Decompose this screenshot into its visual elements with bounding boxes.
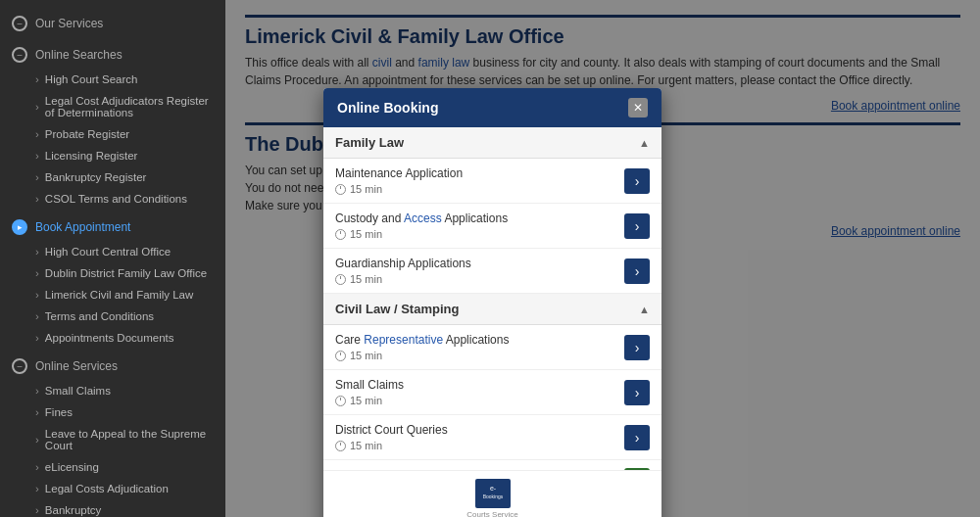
sidebar-section-label-book-appointment: Book Appointment bbox=[35, 220, 130, 234]
sidebar-item-leave-appeal[interactable]: Leave to Appeal to the Supreme Court bbox=[0, 423, 225, 456]
courts-service-logo: e- Bookings bbox=[475, 479, 511, 508]
booking-select-care-rep[interactable]: › bbox=[624, 335, 650, 360]
sidebar-section-label-online-services: Online Services bbox=[35, 359, 118, 373]
sidebar-section-icon-book-appointment: ▸ bbox=[12, 219, 27, 235]
sidebar-item-terms-conditions[interactable]: Terms and Conditions bbox=[0, 306, 225, 327]
sidebar-section-header-online-services[interactable]: – Online Services bbox=[0, 352, 225, 380]
category-header-civil-law[interactable]: Civil Law / Stamping ▲ bbox=[323, 294, 662, 325]
booking-item-name-custody: Custody and Access Applications bbox=[335, 212, 616, 225]
sidebar-item-legal-cost-adj[interactable]: Legal Cost Adjudicators Register of Dete… bbox=[0, 90, 225, 123]
sidebar-item-elicensing[interactable]: eLicensing bbox=[0, 456, 225, 478]
booking-item-info-guardianship: Guardianship Applications 15 min bbox=[335, 257, 616, 285]
category-title-civil-law: Civil Law / Stamping bbox=[335, 302, 459, 316]
sidebar-section-icon-online-searches: – bbox=[12, 47, 27, 63]
footer-courts-text: Courts ServiceOnline bbox=[466, 510, 517, 517]
booking-item-care-rep: Care Representative Applications 15 min … bbox=[323, 325, 662, 370]
sidebar-item-fines[interactable]: Fines bbox=[0, 401, 225, 423]
booking-item-district-court: District Court Queries 15 min › bbox=[323, 415, 662, 460]
online-booking-modal: Online Booking ✕ Family Law ▲ Maintenanc… bbox=[323, 88, 662, 517]
booking-item-info-maintenance: Maintenance Application 15 min bbox=[335, 166, 616, 195]
sidebar-section-header-online-searches[interactable]: – Online Searches bbox=[0, 41, 225, 69]
sidebar-section-icon-online-services: – bbox=[12, 358, 27, 374]
booking-item-name-district-court: District Court Queries bbox=[335, 423, 616, 437]
sidebar-item-high-court-search[interactable]: High Court Search bbox=[0, 69, 225, 90]
sidebar-item-legal-costs-adj[interactable]: Legal Costs Adjudication bbox=[0, 478, 225, 499]
booking-select-custody[interactable]: › bbox=[624, 213, 650, 239]
clock-icon-custody bbox=[335, 229, 346, 240]
booking-item-info-small-claims: Small Claims 15 min bbox=[335, 378, 616, 406]
booking-item-time-care-rep: 15 min bbox=[335, 350, 616, 361]
svg-text:e-: e- bbox=[489, 485, 496, 492]
sidebar-item-csol-terms[interactable]: CSOL Terms and Conditions bbox=[0, 188, 225, 210]
sidebar-item-probate-register[interactable]: Probate Register bbox=[0, 123, 225, 145]
booking-item-time-maintenance: 15 min bbox=[335, 183, 616, 195]
modal-title: Online Booking bbox=[337, 100, 438, 116]
booking-item-sheriff: Sheriff Queries ✓ bbox=[323, 460, 662, 470]
category-title-family-law: Family Law bbox=[335, 135, 404, 150]
modal-header: Online Booking ✕ bbox=[323, 88, 662, 127]
booking-select-district-court[interactable]: › bbox=[624, 425, 650, 450]
sidebar-section-icon-our-services: – bbox=[12, 16, 27, 31]
booking-item-time-custody: 15 min bbox=[335, 228, 616, 240]
sidebar-section-online-searches: – Online Searches High Court Search Lega… bbox=[0, 41, 225, 210]
booking-item-guardianship: Guardianship Applications 15 min › bbox=[323, 249, 662, 294]
booking-item-time-small-claims: 15 min bbox=[335, 395, 616, 406]
sidebar-item-bankruptcy[interactable]: Bankruptcy bbox=[0, 499, 225, 517]
sidebar-section-online-services: – Online Services Small Claims Fines Lea… bbox=[0, 352, 225, 517]
sidebar-item-small-claims[interactable]: Small Claims bbox=[0, 380, 225, 401]
booking-item-time-district-court: 15 min bbox=[335, 440, 616, 451]
clock-icon-care-rep bbox=[335, 351, 346, 361]
booking-item-info-care-rep: Care Representative Applications 15 min bbox=[335, 333, 616, 361]
booking-item-maintenance: Maintenance Application 15 min › bbox=[323, 159, 662, 204]
booking-item-small-claims: Small Claims 15 min › bbox=[323, 370, 662, 415]
page-background: – Our Services – Online Searches High Co… bbox=[0, 0, 980, 517]
sidebar-item-bankruptcy-register[interactable]: Bankruptcy Register bbox=[0, 166, 225, 188]
booking-item-name-maintenance: Maintenance Application bbox=[335, 166, 616, 180]
booking-item-info-district-court: District Court Queries 15 min bbox=[335, 423, 616, 451]
sidebar-item-licensing-register[interactable]: Licensing Register bbox=[0, 145, 225, 166]
booking-select-sheriff[interactable]: ✓ bbox=[624, 468, 650, 470]
sidebar-section-book-appointment: ▸ Book Appointment High Court Central Of… bbox=[0, 213, 225, 349]
booking-select-maintenance[interactable]: › bbox=[624, 168, 650, 194]
clock-icon-district-court bbox=[335, 441, 346, 451]
booking-item-time-guardianship: 15 min bbox=[335, 273, 616, 285]
modal-footer: e- Bookings Courts ServiceOnline bbox=[323, 470, 662, 517]
modal-close-button[interactable]: ✕ bbox=[628, 98, 648, 118]
sidebar-section-our-services: – Our Services bbox=[0, 10, 225, 37]
booking-item-custody: Custody and Access Applications 15 min › bbox=[323, 204, 662, 249]
sidebar-item-high-court-central[interactable]: High Court Central Office bbox=[0, 241, 225, 262]
booking-item-name-small-claims: Small Claims bbox=[335, 378, 616, 392]
booking-select-small-claims[interactable]: › bbox=[624, 380, 650, 405]
booking-item-name-guardianship: Guardianship Applications bbox=[335, 257, 616, 270]
clock-icon-maintenance bbox=[335, 184, 346, 195]
svg-text:Bookings: Bookings bbox=[482, 494, 503, 499]
sidebar: – Our Services – Online Searches High Co… bbox=[0, 0, 225, 517]
clock-icon-small-claims bbox=[335, 396, 346, 406]
chevron-up-icon-civil-law: ▲ bbox=[639, 304, 650, 315]
booking-item-name-care-rep: Care Representative Applications bbox=[335, 333, 616, 347]
category-header-family-law[interactable]: Family Law ▲ bbox=[323, 127, 662, 159]
sidebar-section-label-our-services: Our Services bbox=[35, 17, 103, 30]
sidebar-section-header-book-appointment[interactable]: ▸ Book Appointment bbox=[0, 213, 225, 241]
sidebar-item-dublin-district[interactable]: Dublin District Family Law Office bbox=[0, 262, 225, 284]
sidebar-item-appointments-docs[interactable]: Appointments Documents bbox=[0, 327, 225, 349]
footer-logo: e- Bookings Courts ServiceOnline bbox=[335, 479, 650, 517]
sidebar-section-header-our-services[interactable]: – Our Services bbox=[0, 10, 225, 37]
clock-icon-guardianship bbox=[335, 274, 346, 285]
sidebar-item-limerick-civil[interactable]: Limerick Civil and Family Law bbox=[0, 284, 225, 306]
booking-item-info-custody: Custody and Access Applications 15 min bbox=[335, 212, 616, 240]
modal-body: Family Law ▲ Maintenance Application 15 … bbox=[323, 127, 662, 470]
booking-select-guardianship[interactable]: › bbox=[624, 258, 650, 284]
sidebar-section-label-online-searches: Online Searches bbox=[35, 48, 122, 62]
chevron-up-icon-family-law: ▲ bbox=[639, 137, 650, 149]
